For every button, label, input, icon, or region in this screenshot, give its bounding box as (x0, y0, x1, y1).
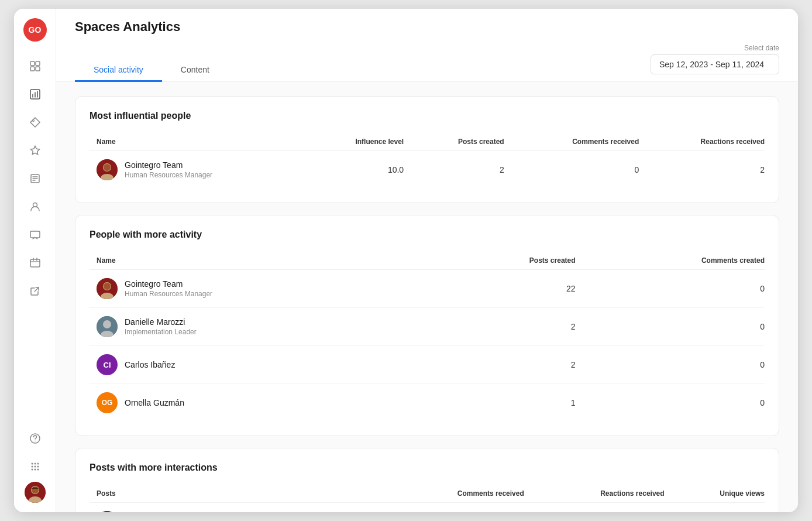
grid-apps-button[interactable] (22, 454, 48, 479)
person-name: Gointegro Team (125, 279, 212, 289)
influence-value: 10.0 (307, 151, 411, 189)
comments-value: 0 (511, 151, 646, 189)
table-row: Danielle Marozzi Implementation Leader 2… (90, 308, 765, 346)
comments-value: 0 (583, 384, 765, 422)
table-row: CI Carlos Ibañez 2 0 (90, 346, 765, 384)
header: Spaces Analytics Social activity Content… (56, 9, 798, 82)
posts-value: 1 (426, 384, 582, 422)
tabs: Social activity Content (75, 59, 228, 81)
sidebar-item-favorites[interactable] (22, 138, 48, 163)
svg-point-20 (35, 441, 36, 442)
person-name: Ornella Guzmán (125, 398, 184, 407)
date-label: Select date (744, 44, 779, 52)
most-influential-title: Most influential people (90, 111, 765, 121)
more-activity-table: Name Posts created Comments created (90, 252, 765, 421)
col-influence: Influence level (307, 133, 411, 151)
svg-point-26 (37, 466, 39, 468)
comments-value: 0 (583, 346, 765, 384)
sidebar-item-people[interactable] (22, 194, 48, 220)
avatar: CI (97, 354, 118, 375)
sidebar-item-dashboard[interactable] (22, 53, 48, 79)
svg-rect-15 (30, 259, 40, 267)
col-reactions-1: Reactions received (646, 133, 765, 151)
sidebar-item-analytics[interactable] (22, 81, 48, 107)
person-cell: Gointegro Team Human Resources Manager (90, 151, 307, 189)
svg-rect-14 (30, 231, 40, 238)
sidebar-item-messages[interactable] (22, 222, 48, 248)
comments-value: 0 (583, 308, 765, 346)
svg-point-23 (37, 463, 39, 465)
person-name: Danielle Marozzi (125, 317, 197, 327)
table-row: Gointegro Team en Our Company 0 1 9 (90, 503, 765, 513)
col-comments-3: Comments received (386, 485, 531, 503)
col-posts-3: Posts (90, 485, 386, 503)
more-interactions-title: Posts with more interactions (90, 462, 765, 473)
posts-value: 22 (426, 270, 582, 308)
more-activity-card: People with more activity Name Posts cre… (75, 215, 779, 436)
table-row: Gointegro Team Human Resources Manager 1… (90, 151, 765, 189)
svg-point-25 (34, 466, 36, 468)
most-influential-table: Name Influence level Posts created Comme… (90, 133, 765, 188)
svg-point-45 (97, 511, 118, 512)
person-role: Human Resources Manager (125, 171, 212, 179)
svg-point-33 (32, 486, 39, 493)
sidebar-item-external[interactable] (22, 278, 48, 304)
comments-value: 0 (583, 270, 765, 308)
most-influential-card: Most influential people Name Influence l… (75, 96, 779, 203)
main-content: Spaces Analytics Social activity Content… (56, 9, 798, 512)
person-name: Carlos Ibañez (125, 360, 175, 369)
col-comments-1: Comments received (511, 133, 646, 151)
posts-value: 2 (426, 346, 582, 384)
avatar (97, 316, 118, 337)
more-interactions-table: Posts Comments received Reactions receiv… (90, 485, 765, 512)
svg-point-24 (31, 466, 33, 468)
date-range-input[interactable]: Sep 12, 2023 - Sep 11, 2024 (651, 54, 779, 74)
user-avatar[interactable] (25, 482, 46, 503)
svg-rect-1 (36, 61, 40, 66)
svg-point-27 (31, 469, 33, 471)
svg-point-41 (104, 283, 111, 290)
svg-point-21 (31, 463, 33, 465)
svg-point-29 (37, 469, 39, 471)
person-role: Implementation Leader (125, 328, 197, 336)
more-interactions-card: Posts with more interactions Posts Comme… (75, 448, 779, 512)
app-logo[interactable]: GO (23, 18, 47, 42)
more-activity-title: People with more activity (90, 229, 765, 240)
sidebar-item-tags[interactable] (22, 109, 48, 135)
sidebar: GO (14, 9, 56, 512)
comments-value: 0 (386, 503, 531, 513)
svg-rect-2 (30, 67, 35, 71)
svg-rect-0 (30, 61, 35, 66)
svg-point-22 (34, 463, 36, 465)
col-posts-2: Posts created (426, 252, 582, 270)
avatar: OG (97, 392, 118, 413)
reactions-value: 2 (646, 151, 765, 189)
col-comments-2: Comments created (583, 252, 765, 270)
avatar (97, 159, 118, 180)
col-reactions-3: Reactions received (531, 485, 672, 503)
date-section: Select date Sep 12, 2023 - Sep 11, 2024 (651, 44, 779, 74)
table-row: Gointegro Team Human Resources Manager 2… (90, 270, 765, 308)
help-button[interactable] (22, 426, 48, 451)
svg-point-43 (103, 320, 111, 328)
col-views-3: Unique views (672, 485, 765, 503)
person-name: Gointegro Team (125, 160, 212, 170)
tab-content[interactable]: Content (162, 59, 228, 82)
avatar (97, 511, 118, 512)
svg-point-8 (32, 120, 34, 122)
views-value: 9 (672, 503, 765, 513)
svg-point-37 (104, 164, 111, 171)
reactions-value: 1 (531, 503, 672, 513)
col-name-1: Name (90, 133, 307, 151)
posts-value: 2 (411, 151, 511, 189)
col-posts-1: Posts created (411, 133, 511, 151)
tab-social-activity[interactable]: Social activity (75, 59, 162, 82)
sidebar-item-calendar[interactable] (22, 250, 48, 276)
person-role: Human Resources Manager (125, 290, 212, 298)
sidebar-item-content[interactable] (22, 166, 48, 191)
posts-value: 2 (426, 308, 582, 346)
svg-rect-3 (36, 67, 40, 71)
avatar (97, 278, 118, 299)
col-name-2: Name (90, 252, 426, 270)
content-area: Most influential people Name Influence l… (56, 82, 798, 512)
